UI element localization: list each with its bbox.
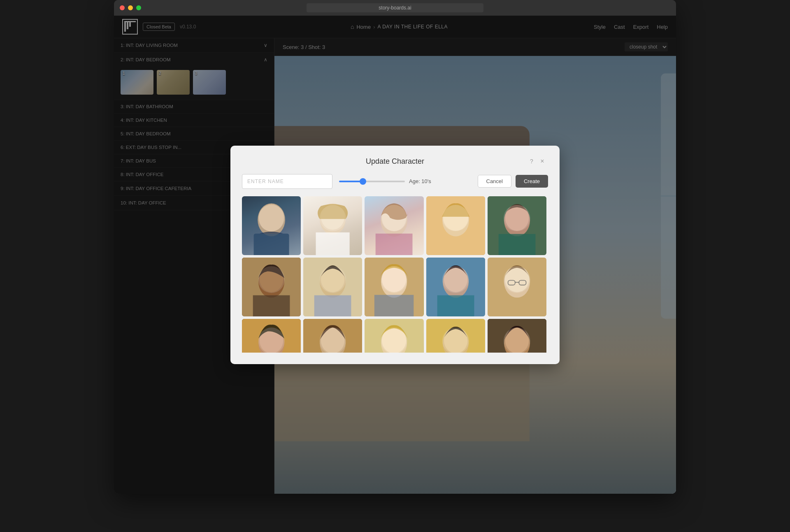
svg-rect-26 bbox=[499, 234, 536, 255]
svg-point-25 bbox=[505, 205, 529, 231]
character-name-input[interactable] bbox=[242, 174, 332, 189]
url-text: story-boards.ai bbox=[379, 5, 411, 11]
character-card-1[interactable] bbox=[242, 196, 301, 255]
svg-point-41 bbox=[444, 266, 467, 292]
character-card-8[interactable] bbox=[365, 258, 423, 316]
svg-rect-62 bbox=[488, 319, 546, 353]
character-card-9[interactable] bbox=[426, 258, 485, 316]
svg-rect-38 bbox=[374, 295, 414, 316]
age-label: Age: 10's bbox=[409, 178, 431, 184]
svg-point-60 bbox=[444, 328, 467, 353]
svg-rect-16 bbox=[316, 232, 350, 255]
slider-container: Age: 10's bbox=[339, 178, 471, 184]
svg-point-32 bbox=[320, 266, 346, 297]
svg-point-45 bbox=[505, 266, 529, 292]
svg-rect-23 bbox=[488, 196, 546, 255]
character-card-6[interactable] bbox=[242, 258, 301, 316]
svg-point-17 bbox=[381, 204, 408, 237]
modal-overlay: Update Character ? × Age: 10's Cancel Cr… bbox=[114, 16, 676, 494]
modal-header: Update Character ? × bbox=[242, 157, 548, 166]
character-card-2[interactable] bbox=[303, 196, 362, 255]
close-button[interactable] bbox=[120, 5, 125, 10]
svg-point-36 bbox=[381, 266, 407, 297]
update-character-modal: Update Character ? × Age: 10's Cancel Cr… bbox=[230, 146, 560, 364]
svg-point-44 bbox=[504, 266, 530, 297]
svg-rect-30 bbox=[253, 295, 290, 316]
svg-rect-39 bbox=[426, 258, 485, 316]
character-grid bbox=[242, 196, 548, 353]
svg-rect-49 bbox=[242, 319, 301, 353]
character-card-5[interactable] bbox=[488, 196, 546, 255]
create-button[interactable]: Create bbox=[516, 175, 548, 188]
os-window: story-boards.ai Closed Beta v0.13.0 ⌂ Ho… bbox=[114, 0, 676, 494]
character-card-7[interactable] bbox=[303, 258, 362, 316]
svg-rect-47 bbox=[519, 280, 526, 285]
svg-rect-52 bbox=[303, 319, 362, 353]
character-card-12[interactable] bbox=[303, 319, 362, 353]
svg-point-56 bbox=[381, 328, 407, 353]
character-card-13[interactable] bbox=[365, 319, 423, 353]
title-bar: story-boards.ai bbox=[114, 0, 676, 16]
svg-point-54 bbox=[321, 328, 344, 353]
svg-point-21 bbox=[442, 205, 469, 236]
modal-close-button[interactable]: × bbox=[538, 157, 546, 165]
svg-rect-19 bbox=[376, 233, 413, 255]
svg-point-28 bbox=[258, 266, 284, 297]
svg-point-33 bbox=[321, 266, 344, 292]
svg-rect-35 bbox=[365, 258, 423, 316]
svg-rect-27 bbox=[242, 258, 301, 316]
modal-actions: Cancel Create bbox=[478, 175, 548, 188]
svg-point-12 bbox=[259, 204, 284, 232]
svg-rect-58 bbox=[426, 319, 485, 353]
cancel-button[interactable]: Cancel bbox=[478, 175, 511, 188]
svg-point-59 bbox=[443, 328, 469, 353]
svg-point-18 bbox=[382, 204, 406, 231]
modal-title: Update Character bbox=[366, 157, 424, 166]
svg-point-37 bbox=[382, 266, 406, 292]
svg-rect-31 bbox=[303, 258, 362, 316]
character-card-14[interactable] bbox=[426, 319, 485, 353]
svg-point-50 bbox=[258, 328, 284, 353]
svg-point-63 bbox=[504, 328, 530, 353]
svg-rect-46 bbox=[508, 280, 515, 285]
svg-point-24 bbox=[504, 205, 530, 236]
age-slider[interactable] bbox=[339, 181, 405, 182]
modal-controls: Age: 10's Cancel Create bbox=[242, 174, 548, 189]
character-card-15[interactable] bbox=[488, 319, 546, 353]
svg-rect-55 bbox=[365, 319, 423, 353]
svg-point-11 bbox=[258, 203, 285, 236]
svg-rect-34 bbox=[314, 295, 351, 316]
url-bar: story-boards.ai bbox=[307, 3, 483, 12]
svg-point-40 bbox=[443, 266, 469, 297]
svg-point-53 bbox=[320, 328, 346, 353]
svg-point-57 bbox=[382, 328, 406, 353]
svg-rect-43 bbox=[488, 258, 546, 316]
minimize-button[interactable] bbox=[128, 5, 133, 10]
character-card-11[interactable] bbox=[242, 319, 301, 353]
svg-point-22 bbox=[443, 205, 468, 231]
character-card-10[interactable] bbox=[488, 258, 546, 316]
svg-point-64 bbox=[505, 328, 529, 353]
svg-rect-42 bbox=[437, 295, 474, 316]
svg-rect-20 bbox=[426, 196, 485, 255]
svg-point-29 bbox=[260, 266, 283, 292]
character-card-3[interactable] bbox=[365, 196, 423, 255]
character-card-4[interactable] bbox=[426, 196, 485, 255]
svg-rect-13 bbox=[254, 233, 289, 255]
modal-help-button[interactable]: ? bbox=[527, 157, 536, 165]
maximize-button[interactable] bbox=[136, 5, 141, 10]
svg-point-51 bbox=[260, 328, 283, 353]
